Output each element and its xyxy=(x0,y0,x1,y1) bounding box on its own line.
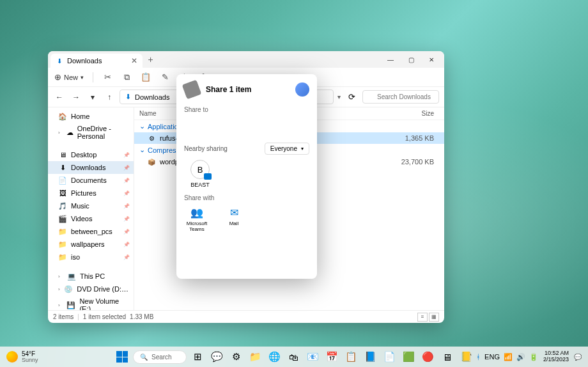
sidebar-item-music[interactable]: 🎵Music xyxy=(48,199,134,212)
nearby-dropdown[interactable]: Everyone▾ xyxy=(265,143,309,155)
download-icon: ⬇ xyxy=(125,93,131,101)
tab-downloads[interactable]: ⬇ Downloads ✕ xyxy=(50,54,143,68)
folder-icon: 📁 xyxy=(58,227,67,236)
share-to-label: Share to xyxy=(184,106,309,113)
share-dialog: Share 1 item Share to Nearby sharing Eve… xyxy=(176,74,317,279)
status-item-count: 2 items xyxy=(53,313,74,320)
view-icons-button[interactable]: ▦ xyxy=(429,313,439,322)
back-button[interactable]: ← xyxy=(53,91,66,104)
folder-icon: 📁 xyxy=(58,240,67,249)
taskbar-app[interactable]: 📋 xyxy=(343,348,359,365)
usb-icon xyxy=(182,80,202,100)
folder-icon: 📁 xyxy=(58,253,67,262)
taskbar-app[interactable]: 📧 xyxy=(304,348,321,365)
taskbar-app[interactable]: 💬 xyxy=(208,348,225,365)
copy-icon[interactable]: ⧉ xyxy=(121,72,132,82)
search-input[interactable] xyxy=(362,90,439,104)
user-avatar[interactable] xyxy=(295,82,309,97)
sidebar-item-wallpapers[interactable]: 📁wallpapers xyxy=(48,238,134,251)
taskbar-app[interactable]: 🟩 xyxy=(400,348,417,365)
desktop-icon: 🖥 xyxy=(58,150,67,159)
nearby-device-beast[interactable]: B BEAST xyxy=(184,160,216,188)
notifications-button[interactable]: 💬 xyxy=(574,354,582,361)
taskbar-app[interactable]: ⚙ xyxy=(228,348,244,365)
picture-icon: 🖼 xyxy=(58,189,67,198)
weather-widget[interactable]: 54°F Sunny xyxy=(6,351,38,363)
taskbar-app[interactable]: 📄 xyxy=(381,348,398,365)
minimize-button[interactable]: — xyxy=(380,51,401,68)
download-icon: ⬇ xyxy=(58,163,67,172)
taskbar-app[interactable]: 🖥 xyxy=(438,348,455,365)
recent-dropdown[interactable]: ▾ xyxy=(86,91,99,104)
new-button[interactable]: New ▾ xyxy=(54,72,84,82)
system-tray[interactable]: ˄ ᚼ ENG 📶 🔊 🔋 xyxy=(468,353,538,361)
taskbar-app[interactable]: 📒 xyxy=(458,348,474,365)
close-button[interactable]: ✕ xyxy=(421,51,442,68)
status-selected: 1 item selected xyxy=(83,313,126,320)
wifi-icon[interactable]: 📶 xyxy=(504,353,513,361)
refresh-button[interactable]: ⟳ xyxy=(344,90,359,104)
statusbar: 2 items | 1 item selected 1.33 MB ≡ ▦ xyxy=(48,310,444,323)
paste-icon[interactable]: 📋 xyxy=(141,72,151,82)
download-icon: ⬇ xyxy=(56,57,63,65)
taskbar-clock[interactable]: 10:52 AM 2/15/2023 xyxy=(543,350,569,363)
sidebar-item-onedrive[interactable]: ›☁OneDrive - Personal xyxy=(48,123,134,142)
taskbar-app[interactable]: 🛍 xyxy=(285,348,302,365)
taskbar-edge[interactable]: 🌐 xyxy=(266,348,282,365)
sidebar: 🏠Home ›☁OneDrive - Personal 🖥Desktop ⬇Do… xyxy=(48,107,134,310)
taskbar-search[interactable]: 🔍 Search xyxy=(133,350,187,364)
breadcrumb-current: Downloads xyxy=(135,93,169,101)
pc-badge-icon xyxy=(204,173,212,180)
cut-icon[interactable]: ✂ xyxy=(102,72,112,82)
drive-icon: 💾 xyxy=(66,301,75,309)
taskbar-app[interactable]: 📘 xyxy=(362,348,378,365)
sidebar-item-newvol[interactable]: ›💾New Volume (E:) xyxy=(48,295,134,310)
taskbar-app[interactable]: 📅 xyxy=(323,348,340,365)
share-app-mail[interactable]: ✉ Mail xyxy=(221,205,247,233)
tab-title: Downloads xyxy=(67,57,102,65)
rename-icon[interactable]: ✎ xyxy=(160,72,170,82)
exe-icon: ⚙ xyxy=(147,134,156,143)
up-button[interactable]: ↑ xyxy=(103,91,116,104)
sidebar-item-videos[interactable]: 🎬Videos xyxy=(48,212,134,225)
sidebar-item-dvd[interactable]: ›💿DVD Drive (D:) CCCOMA_X64FRE_EN- xyxy=(48,283,134,295)
start-button[interactable] xyxy=(114,348,130,365)
sidebar-item-between-pcs[interactable]: 📁between_pcs xyxy=(48,225,134,238)
view-details-button[interactable]: ≡ xyxy=(417,313,428,322)
forward-button[interactable]: → xyxy=(70,91,82,104)
taskbar-chrome[interactable]: 🔴 xyxy=(419,348,436,365)
share-app-teams[interactable]: 👥 Microsoft Teams xyxy=(184,205,210,233)
nearby-label: Nearby sharing xyxy=(184,145,228,152)
sun-icon xyxy=(6,351,18,363)
sidebar-item-desktop[interactable]: 🖥Desktop xyxy=(48,148,134,161)
sidebar-item-documents[interactable]: 📄Documents xyxy=(48,174,134,187)
document-icon: 📄 xyxy=(58,176,67,185)
disc-icon: 💿 xyxy=(64,285,73,293)
music-icon: 🎵 xyxy=(58,201,67,210)
sidebar-item-home[interactable]: 🏠Home xyxy=(48,110,134,123)
sidebar-item-this-pc[interactable]: ›💻This PC xyxy=(48,270,134,283)
new-tab-button[interactable]: + xyxy=(143,54,158,65)
tab-close-button[interactable]: ✕ xyxy=(131,56,137,65)
battery-icon[interactable]: 🔋 xyxy=(529,353,538,361)
bluetooth-icon[interactable]: ᚼ xyxy=(476,353,481,361)
cloud-icon: ☁ xyxy=(66,128,73,137)
maximize-button[interactable]: ▢ xyxy=(401,51,421,68)
taskbar-explorer[interactable]: 📁 xyxy=(247,348,263,365)
share-with-label: Share with xyxy=(184,194,309,201)
share-title: Share 1 item xyxy=(206,85,251,94)
pc-icon: 💻 xyxy=(67,272,76,281)
column-size[interactable]: Size xyxy=(401,110,439,117)
video-icon: 🎬 xyxy=(58,214,67,223)
volume-icon[interactable]: 🔊 xyxy=(516,353,525,361)
language-indicator[interactable]: ENG xyxy=(484,353,500,361)
chevron-down-icon: ▾ xyxy=(301,146,304,152)
task-view-button[interactable]: ⊞ xyxy=(189,348,206,365)
sidebar-item-pictures[interactable]: 🖼Pictures xyxy=(48,187,134,199)
mail-icon: ✉ xyxy=(226,205,242,219)
sidebar-item-downloads[interactable]: ⬇Downloads xyxy=(48,161,134,174)
titlebar: ⬇ Downloads ✕ + — ▢ ✕ xyxy=(48,51,444,68)
sidebar-item-iso[interactable]: 📁iso xyxy=(48,251,134,263)
status-size: 1.33 MB xyxy=(130,313,153,320)
taskbar: 54°F Sunny 🔍 Search ⊞ 💬 ⚙ 📁 🌐 🛍 📧 📅 📋 📘 … xyxy=(0,347,588,367)
